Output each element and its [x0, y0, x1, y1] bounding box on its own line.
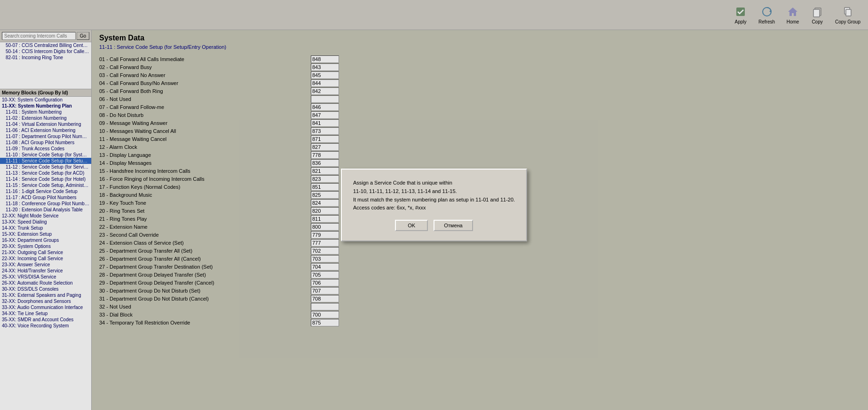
modal-cancel-button[interactable]: Отмена — [434, 220, 473, 231]
modal-dialog: Assign a Service Code that is unique wit… — [341, 169, 527, 241]
modal-ok-button[interactable]: OK — [395, 220, 428, 231]
modal-line2: 11-10, 11-11, 11-12, 11-13, 11-14 and 11… — [353, 188, 457, 194]
modal-line3: It must match the system numbering plan … — [353, 197, 515, 202]
modal-line1: Assign a Service Code that is unique wit… — [353, 180, 452, 186]
modal-overlay: Assign a Service Code that is unique wit… — [0, 0, 868, 410]
modal-text: Assign a Service Code that is unique wit… — [353, 179, 515, 212]
modal-buttons: OK Отмена — [353, 220, 515, 231]
modal-line4: Access codes are: 6xx, *x, #xxx — [353, 205, 426, 210]
